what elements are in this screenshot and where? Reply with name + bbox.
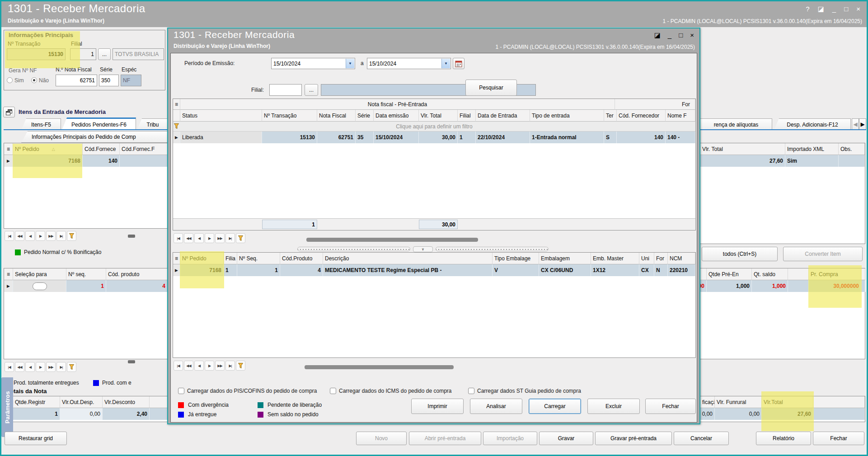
nav-filter-button[interactable] [67,231,76,241]
nav-next-page-button[interactable]: ▶▶ [46,231,56,241]
nav-next-button[interactable]: ▶ [205,361,214,371]
col-filial[interactable]: Filia [224,253,237,264]
nav-next-button[interactable]: ▶ [205,233,214,243]
col-n-seq[interactable]: Nº seq. [66,268,106,280]
tab-tributacao[interactable]: Tribu [137,118,169,130]
importacao-button[interactable]: Importação [483,432,537,445]
col-serie[interactable]: Série [356,110,374,122]
splitter-handle[interactable] [297,247,410,251]
pesquisar-button[interactable]: Pesquisar [465,80,517,96]
abrir-pre-entrada-button[interactable]: Abrir pré-entrada [409,432,481,445]
checkbox-pis-cofins[interactable] [178,388,184,394]
splitter-handle[interactable] [436,247,549,251]
col-pr-compra[interactable]: Pr. Compra [809,268,861,280]
novo-button[interactable]: Novo [356,432,407,445]
col-importado-xml[interactable]: Importado XML [785,143,839,155]
filial-browse-button[interactable]: ... [98,48,111,60]
restaurar-grid-button[interactable]: Restaurar grid [5,432,67,445]
checkbox-icms[interactable] [330,388,336,394]
nav-next-page-button[interactable]: ▶▶ [215,233,225,243]
horizontal-scrollbar[interactable] [305,365,454,369]
column-chooser-icon[interactable]: ≡ [173,99,180,110]
row-checkbox[interactable] [33,282,47,290]
col-n-transacao[interactable]: Nº Transação [262,110,317,122]
relatorio-button[interactable]: Relatório [756,432,811,445]
col-n-seq[interactable]: Nº Seq. [237,253,280,264]
nav-prev-button[interactable]: ◀ [25,231,35,241]
carregar-button[interactable]: Carregar [529,399,581,414]
nav-next-page-button[interactable]: ▶▶ [215,361,225,371]
splitter-collapse-button[interactable]: ∨ [413,246,433,252]
col-ncm[interactable]: NCM [668,253,695,264]
col-vlr-total[interactable]: Vlr. Total [700,143,785,155]
col-nota-fiscal[interactable]: Nota Fiscal [317,110,356,122]
radio-nao[interactable]: Não [31,77,49,84]
minimize-icon[interactable]: _ [668,31,671,39]
filter-row[interactable]: Clique aqui para definir um filtro [173,122,695,132]
nav-last-button[interactable]: ▶| [56,362,66,372]
calendar-button[interactable] [453,58,464,69]
col-n-pedido[interactable]: Nº Pedido [180,253,224,264]
converter-item-button[interactable]: Converter Item [783,247,863,261]
nav-filter-button[interactable] [236,361,245,371]
radio-sim[interactable]: Sim [7,77,24,84]
imprimir-button[interactable]: Imprimir [411,399,464,414]
col-qtde-registro[interactable]: Qtde.Registr [13,396,60,408]
nav-filter-button[interactable] [236,233,245,243]
tab-scroll-right-icon[interactable]: ▶ [859,118,866,130]
col-cod-fornecedor[interactable]: Cód. Fornecedor [617,110,666,122]
checkbox-icms-label[interactable]: Carregar dados do ICMS do pedido de comp… [339,388,451,394]
nav-next-button[interactable]: ▶ [36,362,45,372]
column-chooser-icon[interactable]: ≡ [4,143,13,155]
col-selecao[interactable]: Seleção para [13,268,66,280]
tab-desp-adicionais-f12[interactable]: Desp. Adicionais-F12 [774,118,851,130]
col-status[interactable]: Status [180,110,262,122]
nav-prev-page-button[interactable]: ◀◀ [184,233,193,243]
column-chooser-icon[interactable]: ≡ [4,268,13,280]
scrollbar-fragment[interactable] [128,235,135,238]
tab-pedidos-pendentes-f6[interactable]: Pedidos Pendentes-F6 [62,118,136,130]
col-qt-saldo[interactable]: Qt. saldo [752,268,788,280]
analisar-button[interactable]: Analisar [470,399,522,414]
cancelar-button[interactable]: Cancelar [674,432,729,445]
nav-next-button[interactable]: ▶ [36,231,45,241]
transacao-field[interactable]: 15130 [7,48,66,60]
nav-prev-button[interactable]: ◀ [194,361,204,371]
chevron-down-icon[interactable]: ▼ [346,59,354,68]
horizontal-scrollbar[interactable] [306,238,478,242]
filial-code-field[interactable]: 1 [70,48,96,60]
col-for[interactable]: For [654,253,668,264]
restore-icon[interactable]: ◪ [818,5,824,13]
modal-filial-input[interactable] [269,84,302,96]
nota-fiscal-field[interactable]: 62751 [56,75,97,86]
col-cod-fornece[interactable]: Cód.Fornece [83,143,120,155]
column-chooser-icon[interactable]: ≡ [173,253,180,264]
col-n-pedido[interactable]: Nº Pedido△ [13,143,83,155]
help-icon[interactable]: ? [806,5,809,13]
checkbox-pis-cofins-label[interactable]: Carregar dados do PIS/COFINS do pedido d… [187,388,317,394]
gravar-button[interactable]: Gravar [539,432,593,445]
fechar-modal-button[interactable]: Fechar [645,399,696,414]
col-vlr-desconto[interactable]: Vlr.Desconto [103,396,150,408]
marcar-todos-button[interactable]: todos (Ctrl+S) [702,247,778,261]
date-to-combo[interactable]: 15/10/2024 ▼ [367,58,451,69]
nav-first-button[interactable]: |◀ [174,361,183,371]
tab-scroll-left-icon[interactable]: ◀ [852,118,859,130]
col-cod-fornec-f[interactable]: Cód.Fornec.F [120,143,168,155]
excluir-button[interactable]: Excluir [587,399,640,414]
minimize-icon[interactable]: _ [832,5,836,13]
maximize-icon[interactable]: □ [679,31,683,39]
subtab-informacoes-pedido[interactable]: Informações Principais do Pedido de Comp [21,131,168,143]
serie-field[interactable]: 350 [99,75,119,86]
col-tipo-entrada[interactable]: Tipo de entrada [530,110,604,122]
nav-first-button[interactable]: |◀ [5,362,14,372]
checkbox-st-guia[interactable] [468,388,474,394]
col-qtde-pre-en[interactable]: Qtde Pré-En [707,268,752,280]
col-filial[interactable]: Filial [458,110,476,122]
scrollbar-fragment[interactable] [128,360,135,363]
col-obs[interactable]: Obs. [839,143,865,155]
col-ter[interactable]: Ter [604,110,617,122]
col-embalagem[interactable]: Embalagem [539,253,591,264]
checkbox-st-guia-label[interactable]: Carregar dados ST Guia pedido de compra [477,388,581,394]
nav-last-button[interactable]: ▶| [225,361,235,371]
